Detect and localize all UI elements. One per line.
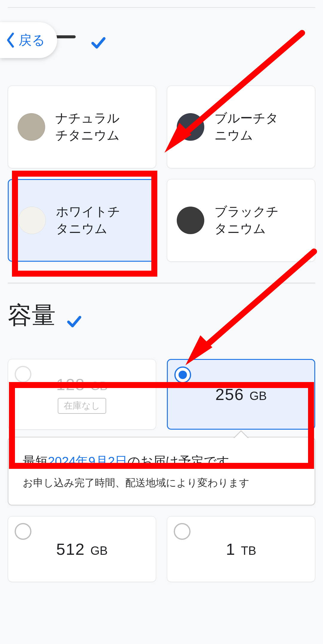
annotation-arrow-1 [150, 27, 311, 156]
delivery-estimate-bubble: 最短2024年9月2日のお届け予定です お申し込み完了時間、配送地域により変わり… [8, 437, 315, 505]
section-capacity-title: 容量 [8, 299, 56, 332]
capacity-option-128: 128 GB 在庫なし [8, 359, 156, 430]
delivery-suffix: のお届け予定です [127, 454, 229, 468]
capacity-value: 128 [56, 375, 85, 394]
back-button[interactable]: 戻る [0, 22, 57, 58]
capacity-value: 1 [226, 540, 235, 558]
svg-line-0 [176, 33, 302, 141]
back-label: 戻る [19, 31, 45, 49]
capacity-option-1tb[interactable]: 1 TB [167, 516, 315, 582]
svg-marker-1 [164, 123, 191, 153]
delivery-date: 2024年9月2日 [48, 454, 127, 468]
delivery-note: お申し込み完了時間、配送地域により変わります [23, 474, 300, 492]
capacity-unit: GB [90, 544, 108, 557]
capacity-value: 256 [215, 385, 244, 404]
color-swatch [18, 113, 45, 141]
capacity-unit: TB [241, 544, 256, 557]
color-option-white[interactable]: ホワイトチ タニウム [8, 179, 156, 262]
radio-icon [15, 523, 31, 540]
out-of-stock-badge: 在庫なし [58, 398, 106, 414]
annotation-arrow-2 [167, 246, 323, 371]
delivery-prefix: 最短 [23, 454, 48, 468]
check-icon [66, 307, 82, 324]
check-icon [90, 29, 106, 45]
color-option-natural[interactable]: ナチュラル チタニウム [8, 86, 156, 168]
capacity-value: 512 [56, 540, 85, 558]
color-label: ナチュラル チタニウム [55, 110, 120, 144]
capacity-option-512[interactable]: 512 GB [8, 516, 156, 582]
color-label: ブラックチ タニウム [214, 203, 279, 237]
capacity-unit: GB [90, 379, 108, 393]
radio-icon [174, 523, 191, 540]
chevron-left-icon [5, 32, 16, 48]
color-label: ホワイトチ タニウム [56, 203, 120, 237]
capacity-option-grid-2: 512 GB 1 TB [8, 516, 315, 582]
color-swatch [18, 207, 46, 234]
capacity-unit: GB [249, 389, 267, 403]
svg-line-2 [197, 251, 314, 353]
color-swatch [177, 207, 204, 234]
radio-icon [15, 366, 31, 383]
